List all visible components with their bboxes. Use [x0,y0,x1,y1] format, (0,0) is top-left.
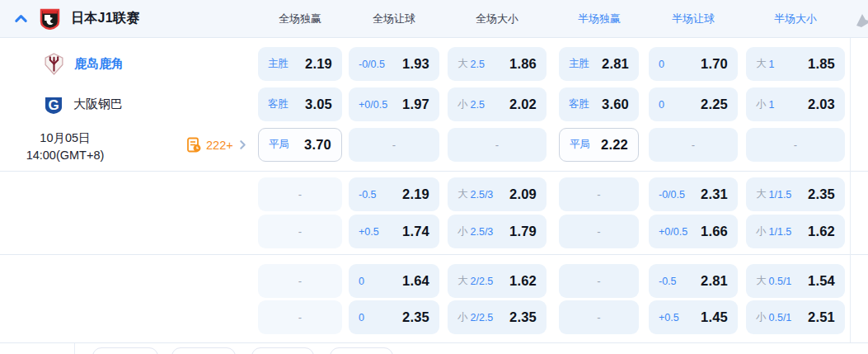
odds-label: +0/0.5 [659,226,687,238]
odds-type-prefix: 小 [756,310,767,324]
odds-cell[interactable]: 小2/2.52.35 [448,300,547,334]
odds-cell[interactable]: 主胜2.81 [559,47,639,81]
odds-value: 1.97 [402,97,429,112]
away-team-row: G 大阪钢巴 [43,87,123,121]
odds-value: 1.54 [808,273,835,289]
match-time: 14:00(GMT+8) [3,147,127,164]
league-logo [40,7,60,30]
odds-label: -0.5 [659,276,677,287]
odds-label: 1 [769,59,775,70]
section-divider [0,254,868,255]
table-right-border [850,38,851,342]
odds-type-prefix: 大 [457,187,468,201]
dash-placeholder: - [597,225,600,238]
odds-label: 1/1.5 [769,189,792,201]
dash-placeholder: - [597,188,600,201]
odds-cell[interactable]: 平局3.70 [258,128,342,162]
odds-cell[interactable]: 小0.5/12.51 [746,300,845,334]
odds-cell[interactable]: 大2/2.51.62 [448,264,547,298]
empty-odds-cell: - [258,300,342,334]
odds-label: 2.5/3 [471,226,494,238]
empty-odds-cell: - [448,128,547,162]
odds-cell[interactable]: 大0.5/11.54 [746,264,845,298]
column-header-1: 全场独赢 [279,0,321,37]
odds-value: 1.64 [402,273,429,289]
section-divider [0,171,868,172]
odds-cell[interactable]: 小2.5/31.79 [448,215,547,248]
odds-type-prefix: 大 [457,57,468,71]
odds-value: 1.45 [701,309,728,325]
odds-value: 2.51 [808,309,835,325]
empty-odds-cell: - [559,264,639,298]
empty-odds-cell: - [559,177,639,211]
odds-label: -0/0.5 [659,189,685,201]
odds-label: 0 [659,99,664,111]
pin-icon[interactable] [855,12,868,31]
odds-label: 0 [359,276,364,287]
empty-odds-cell: - [649,128,738,162]
chevron-up-icon[interactable] [13,11,29,26]
cutoff-pill-outline [171,347,236,354]
dash-placeholder: - [495,139,499,151]
odds-type-prefix: 小 [457,97,468,111]
odds-label: 平局 [269,138,289,152]
odds-label: 客胜 [268,97,289,111]
dash-placeholder: - [597,311,600,323]
odds-cell[interactable]: 小12.03 [746,87,845,121]
away-team-logo: G [43,94,64,116]
dash-placeholder: - [692,139,695,151]
odds-cell[interactable]: 02.25 [649,87,738,121]
odds-cell[interactable]: 01.70 [649,47,738,81]
odds-value: 2.19 [402,186,429,202]
odds-cell[interactable]: 主胜2.19 [258,47,342,81]
odds-cell[interactable]: -0.52.19 [349,177,439,211]
column-header-3: 全场大小 [476,0,518,37]
match-date: 10月05日 [3,130,127,147]
odds-value: 2.81 [701,273,728,289]
odds-value: 1.62 [808,224,835,239]
odds-cell[interactable]: 大2.5/32.09 [448,177,547,211]
odds-cell[interactable]: 客胜3.60 [559,87,639,121]
odds-cell[interactable]: 02.35 [349,300,439,334]
odds-cell[interactable]: +0/0.51.66 [649,215,738,248]
odds-label: 0.5/1 [769,312,792,323]
odds-value: 1.62 [509,273,537,289]
odds-cell[interactable]: -0.52.81 [649,264,738,298]
odds-cell[interactable]: 小1/1.51.62 [746,215,845,248]
odds-cell[interactable]: 大2.51.86 [448,47,547,81]
odds-cell[interactable]: +0.51.45 [649,300,738,334]
markets-count: 222+ [206,139,233,152]
cutoff-pill-outline [330,347,393,354]
next-section-border [74,343,75,354]
cutoff-pill-outline [251,347,314,354]
odds-label: 2.5 [471,59,485,70]
odds-value: 1.86 [509,56,537,72]
odds-cell[interactable]: -0/0.51.93 [349,47,439,81]
league-name: 日本J1联赛 [71,10,140,27]
odds-label: 客胜 [569,97,589,111]
odds-cell[interactable]: -0/0.52.31 [649,177,738,211]
odds-type-prefix: 小 [457,224,468,238]
odds-cell[interactable]: 客胜3.05 [258,87,342,121]
odds-cell[interactable]: 大11.85 [746,47,845,81]
odds-label: -0/0.5 [359,59,385,70]
odds-cell[interactable]: 01.64 [349,264,439,298]
odds-cell[interactable]: +0.51.74 [349,215,439,248]
odds-cell[interactable]: 小2.52.02 [448,87,547,121]
odds-cell[interactable]: +0/0.51.97 [349,87,439,121]
section-divider [0,342,868,343]
dash-placeholder: - [392,139,396,151]
odds-value: 2.09 [509,186,537,202]
odds-label: 0.5/1 [769,276,792,287]
odds-value: 3.60 [602,97,629,112]
empty-odds-cell: - [258,177,342,211]
odds-value: 1.70 [701,56,728,72]
odds-cell[interactable]: 大1/1.52.35 [746,177,845,211]
odds-label: 2/2.5 [471,312,494,323]
home-team-row: 鹿岛鹿角 [43,47,124,81]
markets-link[interactable]: 222+ [186,128,248,162]
odds-value: 2.31 [701,186,728,202]
odds-value: 1.93 [402,56,429,72]
odds-label: 0 [359,312,364,323]
odds-cell[interactable]: 平局2.22 [559,128,639,162]
